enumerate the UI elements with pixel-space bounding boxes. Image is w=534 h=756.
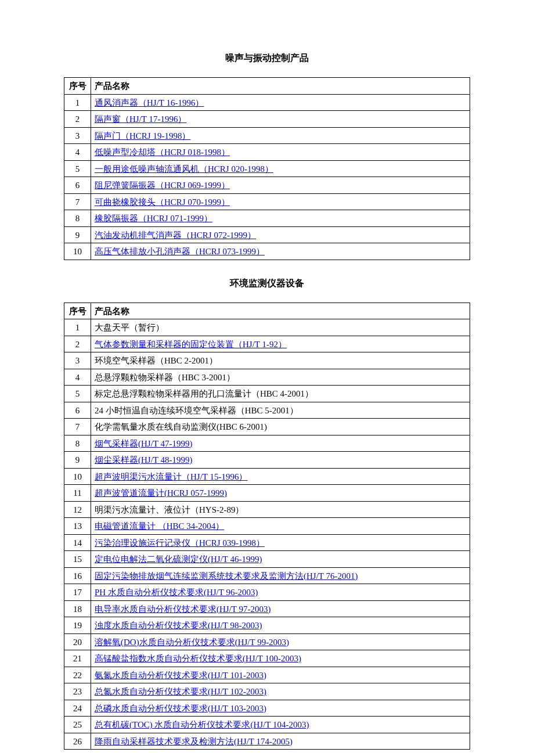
row-name-cell: 总有机碳(TOC) 水质自动分析仪技术要求(HJ/T 104-2003) xyxy=(91,717,470,733)
table-row: 624 小时恒温自动连续环境空气采样器（HBC 5-2001） xyxy=(64,402,470,419)
table-row: 13电磁管道流量计 （HBC 34-2004） xyxy=(64,518,470,535)
row-name-cell: 总磷水质自动分析仪技术要求(HJ/T 103-2003) xyxy=(91,700,470,717)
product-link[interactable]: 高锰酸盐指数水质自动分析仪技术要求(HJ/T 100-2003) xyxy=(95,654,301,663)
row-index: 6 xyxy=(64,177,91,194)
product-link[interactable]: 总有机碳(TOC) 水质自动分析仪技术要求(HJ/T 104-2003) xyxy=(95,720,309,729)
row-index: 7 xyxy=(64,193,91,210)
table-row: 11超声波管道流量计(HCRJ 057-1999) xyxy=(64,485,470,502)
row-index: 10 xyxy=(64,468,91,485)
row-name-cell: 阻尼弹簧隔振器（HCRJ 069-1999） xyxy=(91,177,470,194)
row-index: 12 xyxy=(64,501,91,518)
row-index: 3 xyxy=(64,352,91,369)
row-name-cell: 超声波明渠污水流量计（HJ/T 15-1996） xyxy=(91,468,470,485)
product-link[interactable]: 氨氮水质自动分析仪技术要求(HJ/T 101-2003) xyxy=(95,671,266,680)
product-link[interactable]: 汽油发动机排气消声器（HCRJ 072-1999） xyxy=(95,231,256,240)
table-row: 8橡胶隔振器（HCRJ 071-1999） xyxy=(64,210,470,227)
header-index: 序号 xyxy=(64,78,91,95)
row-index: 4 xyxy=(64,369,91,386)
product-link[interactable]: 隔声门（HCRJ 19-1998） xyxy=(95,131,190,141)
row-name-cell: 橡胶隔振器（HCRJ 071-1999） xyxy=(91,210,470,227)
product-link[interactable]: PH 水质自动分析仪技术要求(HJ/T 96-2003) xyxy=(95,588,258,597)
noise-products-table: 序号 产品名称 1通风消声器（HJ/T 16-1996）2隔声窗（HJ/T 17… xyxy=(64,77,470,260)
table-row: 2隔声窗（HJ/T 17-1996） xyxy=(64,111,470,128)
product-link[interactable]: 橡胶隔振器（HCRJ 071-1999） xyxy=(95,214,212,223)
table-row: 20溶解氧(DO)水质自动分析仪技术要求(HJ/T 99-2003) xyxy=(64,633,470,650)
product-link[interactable]: 气体参数测量和采样器的固定位装置（HJ/T 1-92） xyxy=(95,340,287,349)
table-row: 3环境空气采样器（HBC 2-2001） xyxy=(64,352,470,369)
product-text: 大盘天平（暂行） xyxy=(95,323,164,332)
header-name: 产品名称 xyxy=(91,78,470,95)
product-link[interactable]: 隔声窗（HJ/T 17-1996） xyxy=(95,114,186,124)
row-name-cell: 隔声窗（HJ/T 17-1996） xyxy=(91,111,470,128)
row-index: 1 xyxy=(64,319,91,336)
product-link[interactable]: 高压气体排放小孔消声器（HCRJ 073-1999） xyxy=(95,247,265,256)
row-name-cell: 隔声门（HCRJ 19-1998） xyxy=(91,127,470,144)
row-index: 16 xyxy=(64,567,91,584)
row-index: 7 xyxy=(64,419,91,435)
row-name-cell: 汽油发动机排气消声器（HCRJ 072-1999） xyxy=(91,226,470,243)
table-row: 15定电位电解法二氧化硫测定仪(HJ/T 46-1999) xyxy=(64,551,470,568)
row-index: 9 xyxy=(64,452,91,469)
row-index: 6 xyxy=(64,402,91,419)
product-link[interactable]: 电导率水质自动分析仪技术要求(HJ/T 97-2003) xyxy=(95,604,270,614)
product-link[interactable]: 电磁管道流量计 （HBC 34-2004） xyxy=(95,521,224,531)
row-index: 23 xyxy=(64,683,91,700)
row-name-cell: 明渠污水流量计、液位计（HYS-2-89） xyxy=(91,501,470,518)
table-row: 7可曲挠橡胶接头（HCRJ 070-1999） xyxy=(64,193,470,210)
monitor-equipment-table: 序号 产品名称 1大盘天平（暂行）2气体参数测量和采样器的固定位装置（HJ/T … xyxy=(64,303,470,750)
product-link[interactable]: 总磷水质自动分析仪技术要求(HJ/T 103-2003) xyxy=(95,704,266,713)
product-text: 明渠污水流量计、液位计（HYS-2-89） xyxy=(95,505,244,514)
product-link[interactable]: 烟气采样器(HJ/T 47-1999) xyxy=(95,439,192,448)
product-link[interactable]: 固定污染物排放烟气连续监测系统技术要求及监测方法(HJ/T 76-2001) xyxy=(95,571,358,581)
row-index: 2 xyxy=(64,111,91,128)
product-link[interactable]: 总氮水质自动分析仪技术要求(HJ/T 102-2003) xyxy=(95,687,266,696)
product-link[interactable]: 溶解氧(DO)水质自动分析仪技术要求(HJ/T 99-2003) xyxy=(95,638,289,647)
row-index: 21 xyxy=(64,650,91,667)
product-link[interactable]: 浊度水质自动分析仪技术要求(HJ/T 98-2003) xyxy=(95,621,262,630)
row-name-cell: 超声波管道流量计(HCRJ 057-1999) xyxy=(91,485,470,502)
table-row: 19浊度水质自动分析仪技术要求(HJ/T 98-2003) xyxy=(64,617,470,634)
row-index: 8 xyxy=(64,435,91,452)
product-link[interactable]: 阻尼弹簧隔振器（HCRJ 069-1999） xyxy=(95,181,230,190)
row-name-cell: 固定污染物排放烟气连续监测系统技术要求及监测方法(HJ/T 76-2001) xyxy=(91,567,470,584)
table-row: 14污染治理设施运行记录仪（HCRJ 039-1998） xyxy=(64,534,470,551)
section-title-monitor: 环境监测仪器设备 xyxy=(64,278,470,290)
row-name-cell: 高压气体排放小孔消声器（HCRJ 073-1999） xyxy=(91,243,470,260)
table-row: 10高压气体排放小孔消声器（HCRJ 073-1999） xyxy=(64,243,470,260)
row-name-cell: 氨氮水质自动分析仪技术要求(HJ/T 101-2003) xyxy=(91,667,470,683)
row-index: 14 xyxy=(64,534,91,551)
table-row: 18电导率水质自动分析仪技术要求(HJ/T 97-2003) xyxy=(64,600,470,617)
row-index: 25 xyxy=(64,717,91,733)
product-link[interactable]: 超声波管道流量计(HCRJ 057-1999) xyxy=(95,488,227,498)
table-row: 9汽油发动机排气消声器（HCRJ 072-1999） xyxy=(64,226,470,243)
table-row: 3隔声门（HCRJ 19-1998） xyxy=(64,127,470,144)
row-name-cell: 定电位电解法二氧化硫测定仪(HJ/T 46-1999) xyxy=(91,551,470,568)
row-index: 13 xyxy=(64,518,91,535)
product-link[interactable]: 烟尘采样器(HJ/T 48-1999) xyxy=(95,455,192,465)
row-index: 19 xyxy=(64,617,91,634)
product-link[interactable]: 可曲挠橡胶接头（HCRJ 070-1999） xyxy=(95,197,230,207)
row-index: 8 xyxy=(64,210,91,227)
row-index: 4 xyxy=(64,144,91,161)
table-row: 5标定总悬浮颗粒物采样器用的孔口流量计（HBC 4-2001） xyxy=(64,386,470,402)
product-link[interactable]: 污染治理设施运行记录仪（HCRJ 039-1998） xyxy=(95,538,265,548)
noise-table-body: 1通风消声器（HJ/T 16-1996）2隔声窗（HJ/T 17-1996）3隔… xyxy=(64,94,470,260)
document-page: 噪声与振动控制产品 序号 产品名称 1通风消声器（HJ/T 16-1996）2隔… xyxy=(0,0,534,756)
product-link[interactable]: 通风消声器（HJ/T 16-1996） xyxy=(95,98,204,107)
row-name-cell: 烟气采样器(HJ/T 47-1999) xyxy=(91,435,470,452)
row-index: 10 xyxy=(64,243,91,260)
row-name-cell: 总悬浮颗粒物采样器（HBC 3-2001） xyxy=(91,369,470,386)
product-link[interactable]: 一般用途低噪声轴流通风机（HCRJ 020-1998） xyxy=(95,164,273,174)
row-index: 18 xyxy=(64,600,91,617)
product-link[interactable]: 定电位电解法二氧化硫测定仪(HJ/T 46-1999) xyxy=(95,555,262,564)
row-index: 11 xyxy=(64,485,91,502)
table-row: 1大盘天平（暂行） xyxy=(64,319,470,336)
product-link[interactable]: 低噪声型冷却塔（HCRJ 018-1998） xyxy=(95,147,230,157)
product-link[interactable]: 超声波明渠污水流量计（HJ/T 15-1996） xyxy=(95,472,247,481)
table-row: 16固定污染物排放烟气连续监测系统技术要求及监测方法(HJ/T 76-2001) xyxy=(64,567,470,584)
row-name-cell: 降雨自动采样器技术要求及检测方法(HJ/T 174-2005) xyxy=(91,733,470,750)
row-name-cell: 电导率水质自动分析仪技术要求(HJ/T 97-2003) xyxy=(91,600,470,617)
table-row: 8烟气采样器(HJ/T 47-1999) xyxy=(64,435,470,452)
product-link[interactable]: 降雨自动采样器技术要求及检测方法(HJ/T 174-2005) xyxy=(95,737,293,746)
table-row: 22氨氮水质自动分析仪技术要求(HJ/T 101-2003) xyxy=(64,667,470,683)
